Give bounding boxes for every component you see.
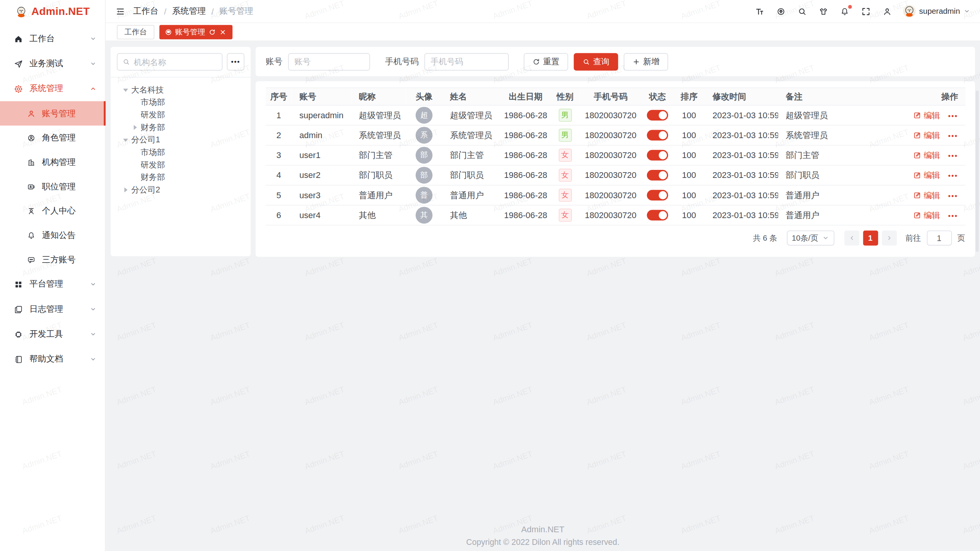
tab-account-management[interactable]: 账号管理 <box>159 24 232 39</box>
more-button[interactable]: ••• <box>948 212 958 219</box>
scrollbar-thumb[interactable] <box>976 91 979 252</box>
sidebar-item-platform-management[interactable]: 平台管理 <box>0 272 105 297</box>
tree-node[interactable]: 研发部 <box>111 109 251 121</box>
sidebar-item-label: 机构管理 <box>42 156 75 168</box>
tree-node[interactable]: 研发部 <box>111 159 251 171</box>
phone-input[interactable] <box>425 53 509 70</box>
status-toggle[interactable] <box>647 110 668 121</box>
sidebar-item-notice-announcement[interactable]: 通知公告 <box>0 223 105 248</box>
chevron-right-icon <box>886 235 892 241</box>
goto-page-input[interactable] <box>926 230 951 245</box>
status-toggle[interactable] <box>647 150 668 161</box>
sidebar-item-workbench[interactable]: 工作台 <box>0 26 105 51</box>
tree-node[interactable]: 市场部 <box>111 96 251 109</box>
prev-page-button[interactable] <box>844 230 859 245</box>
sidebar-item-position-management[interactable]: 职位管理 <box>0 174 105 199</box>
more-button[interactable]: ••• <box>948 152 958 159</box>
caret-right-icon[interactable] <box>132 124 138 130</box>
gender-badge: 男 <box>559 109 572 122</box>
column-header: 头像 <box>406 88 443 105</box>
home-icon <box>14 34 23 43</box>
edit-button[interactable]: 编辑 <box>913 210 940 221</box>
reset-label: 重置 <box>543 56 559 67</box>
sidebar-item-log-management[interactable]: 日志管理 <box>0 297 105 322</box>
profile-icon[interactable] <box>882 6 892 17</box>
table-row: 1 superadmin 超级管理员 超 超级管理员 1986-06-28 男 … <box>266 105 966 125</box>
query-button[interactable]: 查询 <box>574 53 618 70</box>
close-icon[interactable] <box>219 28 226 35</box>
tree-node[interactable]: 财务部 <box>111 121 251 134</box>
sidebar-item-account-management[interactable]: 账号管理 <box>0 101 105 126</box>
tab-workbench[interactable]: 工作台 <box>117 24 154 39</box>
search-icon[interactable] <box>797 6 807 17</box>
fullscreen-icon[interactable] <box>861 6 871 17</box>
sidebar-item-personal-center[interactable]: 个人中心 <box>0 199 105 223</box>
tree-node[interactable]: 分公司1 <box>111 134 251 146</box>
edit-button[interactable]: 编辑 <box>913 110 940 121</box>
caret-down-icon[interactable] <box>122 87 129 93</box>
sidebar-item-label: 业务测试 <box>29 58 63 69</box>
tree-node-label: 分公司2 <box>131 184 160 196</box>
building-icon <box>26 157 36 166</box>
bell-icon <box>26 230 36 240</box>
more-button[interactable]: ••• <box>948 191 958 199</box>
chat-icon <box>26 255 36 264</box>
collapse-menu-icon[interactable] <box>116 7 125 16</box>
next-page-button[interactable] <box>882 230 897 245</box>
chevron-down-icon <box>90 331 96 337</box>
current-page-button[interactable]: 1 <box>863 230 878 245</box>
tree-node[interactable]: 市场部 <box>111 146 251 159</box>
caret-right-icon[interactable] <box>122 187 129 193</box>
more-button[interactable]: ••• <box>948 171 958 179</box>
status-toggle[interactable] <box>647 170 668 181</box>
edit-button[interactable]: 编辑 <box>913 170 940 181</box>
cell-phone: 18020030720 <box>579 125 642 145</box>
account-filter-group: 账号 <box>266 53 370 70</box>
cell-modified-time: 2023-01-03 10:59:44 <box>705 125 778 145</box>
more-button[interactable]: ••• <box>948 132 958 139</box>
sidebar-item-business-test[interactable]: 业务测试 <box>0 51 105 76</box>
gender-badge: 男 <box>559 129 572 142</box>
cell-birth-date: 1986-06-28 <box>501 145 551 165</box>
edit-button[interactable]: 编辑 <box>913 190 940 201</box>
org-more-button[interactable]: ••• <box>227 53 245 71</box>
page-size-select[interactable]: 10条/页 <box>787 230 834 245</box>
cell-account: user3 <box>292 185 351 205</box>
sidebar-item-third-party-account[interactable]: 三方账号 <box>0 248 105 272</box>
caret-down-icon[interactable] <box>122 137 129 143</box>
sidebar-item-dev-tools[interactable]: 开发工具 <box>0 322 105 347</box>
org-search-input[interactable] <box>134 57 217 66</box>
cell-remark: 系统管理员 <box>778 125 910 145</box>
cell-sort: 100 <box>673 165 705 185</box>
logo[interactable]: Admin.NET <box>0 0 105 23</box>
chevron-down-icon <box>964 8 970 14</box>
tree-node[interactable]: 大名科技 <box>111 84 251 96</box>
theme-icon[interactable] <box>818 6 829 17</box>
user-menu[interactable]: superadmin <box>903 5 970 18</box>
more-button[interactable]: ••• <box>948 111 958 119</box>
cell-birth-date: 1986-06-28 <box>501 165 551 185</box>
status-toggle[interactable] <box>647 210 668 221</box>
status-toggle[interactable] <box>647 190 668 201</box>
sidebar-item-system-management[interactable]: 系统管理 <box>0 76 105 101</box>
edit-button[interactable]: 编辑 <box>913 150 940 161</box>
font-size-icon[interactable] <box>754 6 765 17</box>
language-icon[interactable] <box>776 6 786 17</box>
cell-index: 3 <box>266 145 292 165</box>
notification-icon[interactable] <box>839 6 850 17</box>
sidebar-item-org-management[interactable]: 机构管理 <box>0 150 105 174</box>
gender-badge: 女 <box>559 149 572 162</box>
breadcrumb-item[interactable]: 工作台 <box>133 6 158 17</box>
refresh-icon[interactable] <box>209 28 216 35</box>
sidebar-item-help-docs[interactable]: 帮助文档 <box>0 347 105 372</box>
breadcrumb-item[interactable]: 系统管理 <box>172 6 206 17</box>
reset-button[interactable]: 重置 <box>524 53 568 70</box>
cell-account: user2 <box>292 165 351 185</box>
account-input[interactable] <box>288 53 370 70</box>
status-toggle[interactable] <box>647 130 668 141</box>
tree-node[interactable]: 分公司2 <box>111 184 251 196</box>
tree-node[interactable]: 财务部 <box>111 171 251 184</box>
edit-button[interactable]: 编辑 <box>913 130 940 141</box>
sidebar-item-role-management[interactable]: 角色管理 <box>0 126 105 150</box>
add-button[interactable]: 新增 <box>624 53 668 70</box>
